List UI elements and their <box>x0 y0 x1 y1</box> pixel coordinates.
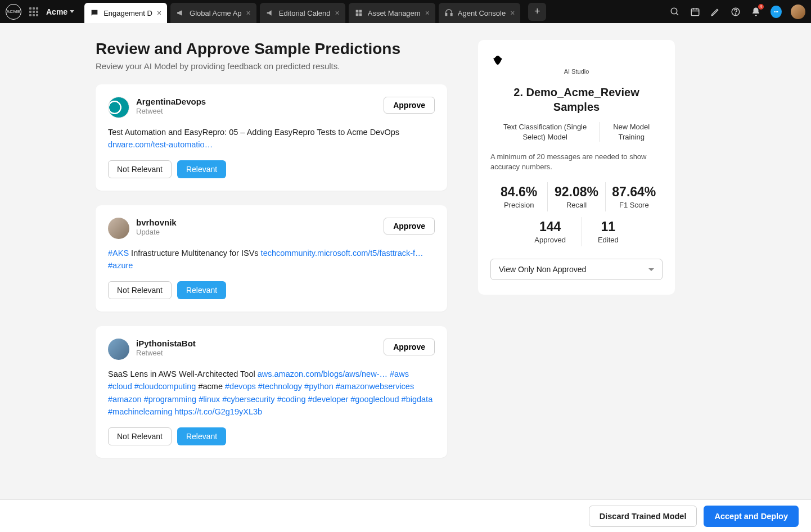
post-link[interactable]: #programming <box>144 395 197 404</box>
workspace-name-label: Acme <box>46 7 67 16</box>
post-link[interactable]: #bigdata <box>402 395 433 404</box>
post-link[interactable]: #machinelearning <box>108 407 172 416</box>
close-icon[interactable]: × <box>425 8 430 17</box>
page-title: Review and Approve Sample Predictions <box>96 40 447 58</box>
user-avatar[interactable] <box>791 4 805 19</box>
approved-label: Approved <box>534 236 566 244</box>
post-link[interactable]: aws.amazon.com/blogs/aws/new-… <box>258 369 388 378</box>
stat-edited: 11 Edited <box>582 217 634 246</box>
post-link[interactable]: https://t.co/G2g19yXL3b <box>175 407 263 416</box>
chevron-down-icon <box>70 10 74 13</box>
post-link[interactable]: #cybersecurity <box>222 395 274 404</box>
author-avatar <box>108 218 129 239</box>
approve-button[interactable]: Approve <box>384 339 435 355</box>
notification-badge: 4 <box>758 4 764 10</box>
close-icon[interactable]: × <box>246 8 251 17</box>
close-icon[interactable]: × <box>510 8 515 17</box>
tab-app-icon <box>354 8 363 17</box>
relevant-chip[interactable]: Relevant <box>177 160 226 178</box>
post-link[interactable]: #amazon <box>108 395 142 404</box>
author-avatar <box>108 97 129 118</box>
post-body: #AKS Infrastructure Multitenancy for ISV… <box>108 247 435 272</box>
topbar: ACME Acme Engagement D × Global Acme Ap … <box>0 0 811 23</box>
accept-deploy-button[interactable]: Accept and Deploy <box>704 506 799 517</box>
not-relevant-chip[interactable]: Not Relevant <box>108 427 172 445</box>
recall-label: Recall <box>551 201 601 209</box>
post-type: Retweet <box>136 349 196 357</box>
prediction-card: iPythonistaBot Retweet Approve SaaS Lens… <box>96 326 447 458</box>
svg-point-6 <box>671 8 677 14</box>
svg-point-13 <box>735 13 736 14</box>
tab-strip: Engagement D × Global Acme Ap × Editoria… <box>84 3 520 23</box>
post-text: Infrastructure Multitenancy for ISVs <box>129 249 261 258</box>
post-type: Retweet <box>136 107 206 115</box>
tab-4[interactable]: Agent Console × <box>439 3 520 23</box>
post-link[interactable]: drware.com/test-automatio… <box>108 140 213 149</box>
author-meta: bvrhovnik Update <box>136 218 177 236</box>
post-link[interactable]: #python <box>304 382 334 391</box>
tab-3[interactable]: Asset Managem × <box>349 3 435 23</box>
ai-studio-label: AI Studio <box>490 68 663 75</box>
recall-value: 92.08% <box>551 184 601 200</box>
card-header: ArgentinaDevops Retweet Approve <box>108 97 435 118</box>
model-type: Text Classification (Single Select) Mode… <box>490 122 600 142</box>
post-link[interactable]: #AKS <box>108 249 129 258</box>
post-link[interactable]: #coding <box>277 395 306 404</box>
author-username: ArgentinaDevops <box>136 97 206 106</box>
panel-note: A minimum of 20 messages are needed to s… <box>490 152 663 172</box>
post-link[interactable]: #linux <box>199 395 220 404</box>
post-link[interactable]: #technology <box>258 382 302 391</box>
close-icon[interactable]: × <box>157 8 161 17</box>
author-username: bvrhovnik <box>136 218 177 227</box>
post-link[interactable]: #cloud <box>108 382 132 391</box>
discard-button[interactable]: Discard Trained Model <box>589 506 697 517</box>
tab-1[interactable]: Global Acme Ap × <box>170 3 256 23</box>
stat-recall: 92.08% Recall <box>547 182 605 211</box>
not-relevant-chip[interactable]: Not Relevant <box>108 160 172 178</box>
search-icon[interactable] <box>669 6 681 17</box>
ai-studio-icon <box>490 55 663 67</box>
notifications-icon[interactable]: 4 <box>750 6 762 17</box>
left-column: Review and Approve Sample Predictions Re… <box>96 40 447 472</box>
stat-approved: 144 Approved <box>519 217 582 246</box>
approved-value: 144 <box>534 219 566 235</box>
help-icon[interactable] <box>730 6 741 17</box>
prediction-card: bvrhovnik Update Approve #AKS Infrastruc… <box>96 205 447 312</box>
tab-0[interactable]: Engagement D × <box>84 3 167 23</box>
post-link[interactable]: #cloudcomputing <box>134 382 196 391</box>
post-link[interactable]: #aws <box>390 369 409 378</box>
tab-label: Global Acme Ap <box>190 9 242 17</box>
footer-bar: Discard Trained Model Accept and Deploy <box>0 499 811 517</box>
model-summary-panel: AI Studio 2. Demo_Acme_Review Samples Te… <box>478 40 675 295</box>
filter-dropdown[interactable]: View Only Non Approved <box>490 259 663 280</box>
post-link[interactable]: techcommunity.microsoft.com/t5/fasttrack… <box>261 249 423 258</box>
not-relevant-chip[interactable]: Not Relevant <box>108 281 172 299</box>
relevance-chip-row: Not Relevant Relevant <box>108 160 435 178</box>
approve-button[interactable]: Approve <box>384 97 435 114</box>
workspace-switcher[interactable]: Acme <box>46 7 74 16</box>
relevant-chip[interactable]: Relevant <box>177 281 226 299</box>
svg-rect-2 <box>355 13 358 16</box>
calendar-icon[interactable] <box>690 6 701 17</box>
post-link[interactable]: #devops <box>225 382 256 391</box>
close-icon[interactable]: × <box>335 8 340 17</box>
topbar-right: 4 <box>669 4 805 19</box>
approve-button[interactable]: Approve <box>384 218 435 235</box>
post-text: DevOps <box>368 128 399 137</box>
brand-logo[interactable]: ACME <box>6 4 21 20</box>
chat-icon[interactable] <box>771 6 782 17</box>
apps-grid-icon[interactable] <box>29 7 38 16</box>
pencil-icon[interactable] <box>710 6 721 17</box>
svg-rect-5 <box>450 13 452 16</box>
add-tab-button[interactable]: + <box>528 3 546 21</box>
post-link[interactable]: #developer <box>308 395 348 404</box>
precision-value: 84.6% <box>494 184 544 200</box>
prediction-card: ArgentinaDevops Retweet Approve Test Aut… <box>96 84 447 191</box>
post-link[interactable]: #googlecloud <box>350 395 399 404</box>
post-link[interactable]: #azure <box>108 261 133 270</box>
post-link[interactable]: #amazonwebservices <box>336 382 414 391</box>
post-type: Update <box>136 228 177 236</box>
precision-label: Precision <box>494 201 544 209</box>
relevant-chip[interactable]: Relevant <box>177 427 226 445</box>
tab-2[interactable]: Editorial Calend × <box>260 3 345 23</box>
